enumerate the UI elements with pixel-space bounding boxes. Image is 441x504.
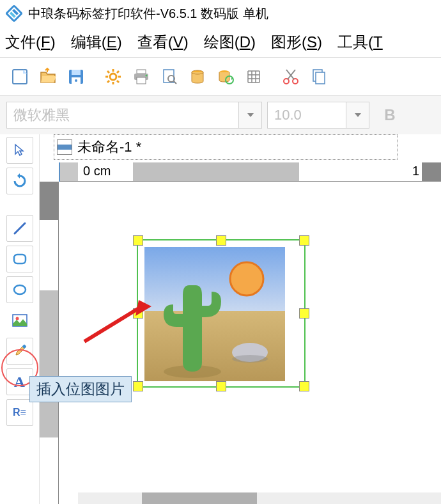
menu-view[interactable]: 查看(V) (137, 32, 189, 52)
richtext-tool[interactable]: R≡ (6, 399, 33, 426)
svg-rect-18 (137, 70, 146, 74)
pointer-tool[interactable] (6, 137, 33, 164)
svg-rect-44 (14, 255, 26, 264)
font-size-value: 10.0 (268, 107, 346, 123)
title-bar: 中琅条码标签打印软件-V6.5.1 数码版 单机 (0, 0, 441, 27)
font-name-value: 微软雅黑 (7, 106, 238, 125)
rotate-tool[interactable] (6, 168, 33, 194)
svg-line-40 (286, 70, 294, 79)
resize-handle-bl[interactable] (133, 381, 143, 391)
placeholder-image-icon (144, 247, 285, 381)
ruler-vertical[interactable] (40, 182, 59, 504)
svg-line-15 (117, 81, 119, 83)
font-name-dropdown-icon[interactable] (238, 102, 261, 128)
font-toolbar: 微软雅黑 10.0 B (0, 96, 441, 134)
svg-line-16 (117, 71, 119, 73)
database-button[interactable] (184, 63, 211, 90)
database-refresh-button[interactable] (212, 63, 239, 90)
svg-rect-6 (72, 70, 81, 75)
svg-point-47 (15, 317, 19, 320)
font-size-select[interactable]: 10.0 (267, 102, 369, 129)
resize-handle-ml[interactable] (133, 308, 143, 319)
resize-handle-mr[interactable] (299, 308, 309, 319)
ellipse-tool[interactable] (6, 276, 33, 303)
ruler-horizontal[interactable]: 0 cm 1 (59, 162, 441, 182)
menu-file[interactable]: 文件(F) (5, 32, 56, 52)
menu-tools[interactable]: 工具(T (337, 32, 383, 52)
resize-handle-tm[interactable] (216, 235, 226, 246)
svg-line-24 (174, 81, 176, 84)
main-toolbar (0, 58, 441, 96)
app-logo-icon (3, 3, 25, 24)
document-tab-label: 未命名-1 * (77, 138, 141, 157)
ruler-origin-line (59, 162, 60, 182)
print-button[interactable] (128, 63, 155, 90)
svg-line-14 (107, 71, 109, 73)
tooltip: 插入位图图片 (29, 376, 132, 402)
svg-point-8 (75, 79, 77, 82)
save-button[interactable] (63, 63, 89, 90)
menu-bar: 文件(F) 编辑(E) 查看(V) 绘图(D) 图形(S) 工具(T (0, 27, 441, 58)
resize-handle-tl[interactable] (133, 235, 143, 246)
resize-handle-tr[interactable] (299, 235, 309, 246)
menu-shape[interactable]: 图形(S) (271, 32, 322, 52)
document-tab[interactable]: 未命名-1 * (54, 134, 398, 160)
canvas-area: 未命名-1 * 0 cm 1 (40, 134, 441, 504)
copy-button[interactable] (306, 63, 332, 90)
canvas[interactable] (59, 182, 441, 504)
resize-handle-bm[interactable] (216, 381, 226, 391)
svg-line-17 (107, 81, 109, 83)
cut-button[interactable] (277, 63, 304, 90)
svg-point-45 (14, 285, 26, 294)
selected-object[interactable] (137, 239, 306, 388)
svg-line-39 (288, 70, 295, 79)
rounded-rect-tool[interactable] (6, 246, 33, 272)
eyedropper-tool[interactable] (6, 338, 33, 365)
workspace: A R≡ 插入位图图片 未命名-1 * 0 cm 1 (0, 134, 441, 504)
svg-line-43 (15, 223, 25, 233)
app-title: 中琅条码标签打印软件-V6.5.1 数码版 单机 (28, 5, 268, 22)
svg-rect-20 (137, 77, 146, 84)
font-size-dropdown-icon[interactable] (346, 102, 369, 128)
svg-point-21 (146, 74, 148, 76)
bottom-scrollbar[interactable] (78, 492, 441, 504)
svg-point-51 (230, 262, 263, 295)
ruler-far-label: 1 (412, 164, 419, 178)
insert-image-tool[interactable] (6, 307, 33, 334)
ruler-origin-label: 0 cm (83, 164, 111, 178)
settings-button[interactable] (100, 63, 127, 90)
svg-point-54 (232, 355, 268, 363)
svg-rect-42 (316, 72, 325, 84)
side-toolbar: A R≡ 插入位图图片 (0, 134, 40, 504)
grid-button[interactable] (240, 63, 267, 90)
font-name-select[interactable]: 微软雅黑 (6, 102, 262, 129)
line-tool[interactable] (6, 215, 33, 242)
new-button[interactable] (6, 63, 33, 90)
preview-button[interactable] (156, 63, 183, 90)
menu-edit[interactable]: 编辑(E) (71, 32, 122, 52)
menu-draw[interactable]: 绘图(D) (204, 32, 256, 52)
document-tab-icon (57, 139, 72, 155)
open-button[interactable] (35, 63, 61, 90)
svg-point-9 (110, 74, 116, 80)
bold-button[interactable]: B (375, 102, 405, 129)
resize-handle-br[interactable] (299, 381, 309, 391)
